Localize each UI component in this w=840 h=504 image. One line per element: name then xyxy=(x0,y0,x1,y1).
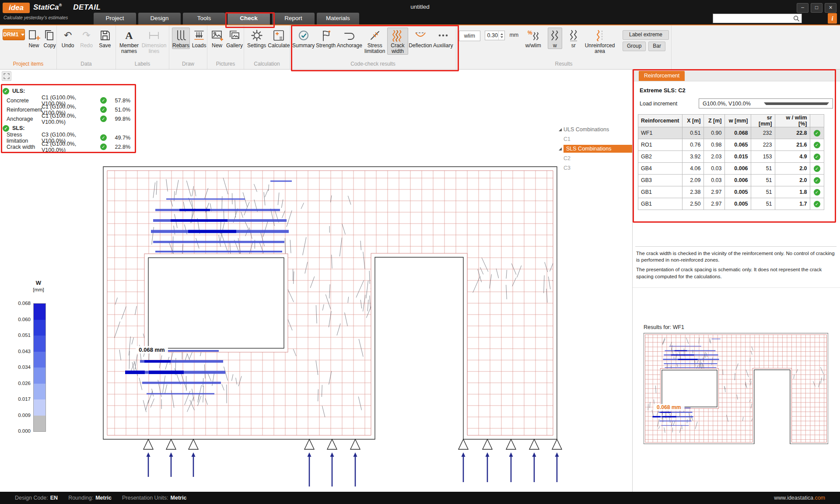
fit-view-button[interactable] xyxy=(2,71,11,81)
w-button[interactable]: w xyxy=(548,28,562,49)
check-ok-icon xyxy=(3,125,9,132)
anchorage-button[interactable]: Anchorage xyxy=(336,28,363,49)
table-row[interactable]: GB12.382.970.005511.8 xyxy=(638,186,824,198)
info-button[interactable] xyxy=(828,13,837,24)
note-text: The presentation of crack spacing is sch… xyxy=(636,266,836,280)
loads-button[interactable]: Loads xyxy=(192,28,207,49)
tree-item-c1[interactable]: C1 xyxy=(559,134,632,144)
section-label-calculation: Calculation xyxy=(244,61,290,69)
table-row[interactable]: GB32.090.030.006512.0 xyxy=(638,175,824,186)
sr-icon xyxy=(567,29,580,42)
window-title: untitled xyxy=(0,4,840,10)
tree-item-sls-combinations[interactable]: SLS Combinations xyxy=(559,144,632,154)
tab-reinforcement[interactable]: Reinforcement xyxy=(639,71,685,81)
maximize-button[interactable] xyxy=(811,3,822,13)
search-icon[interactable] xyxy=(793,15,802,22)
load-increment-row: Load increment G100.0%, V100.0% xyxy=(640,98,833,108)
table-row[interactable]: GB23.922.030.0151534.9 xyxy=(638,151,824,163)
bar-button[interactable]: Bar xyxy=(648,42,665,51)
tree-item-uls-combinations[interactable]: ULS Combinations xyxy=(559,125,632,134)
save-button[interactable]: Save xyxy=(97,28,113,49)
tree-item-c2[interactable]: C2 xyxy=(559,154,632,163)
scale-cell xyxy=(34,336,46,352)
check-ok-icon xyxy=(100,116,107,122)
ribbon-group-pictures: New Gallery Pictures xyxy=(207,25,244,69)
tab-materials[interactable]: Materials xyxy=(317,13,359,24)
table-row[interactable]: GB44.060.030.006512.0 xyxy=(638,163,824,175)
check-ok-icon xyxy=(814,130,820,136)
new-picture-button[interactable]: New xyxy=(210,28,224,49)
scale-title: W xyxy=(32,280,45,286)
website-link[interactable]: www.ideastatica.com xyxy=(774,495,825,501)
label-extreme-button[interactable]: Label extreme xyxy=(623,30,669,40)
stress-limitation-icon xyxy=(368,29,382,42)
tab-project[interactable]: Project xyxy=(94,13,136,24)
tab-design[interactable]: Design xyxy=(138,13,181,24)
summary-row-crack-width: Crack widthC2 (G100.0%, V100.0%)22.8% xyxy=(3,142,130,151)
section-label-data: Data xyxy=(57,61,116,69)
close-button[interactable] xyxy=(825,3,836,13)
settings-button[interactable]: Settings xyxy=(247,28,266,49)
table-row[interactable]: GB12.502.970.005511.7 xyxy=(638,198,824,210)
check-ok-icon xyxy=(814,142,820,148)
logo-detail: DETAIL xyxy=(73,3,101,11)
member-names-label: Member names xyxy=(119,43,139,54)
calculate-button[interactable]: Calculate xyxy=(268,28,289,49)
copy-project-item-button[interactable]: Copy xyxy=(42,28,56,49)
unreinforced-area-button[interactable]: Unreinforced area xyxy=(585,28,615,55)
gallery-button[interactable]: Gallery xyxy=(226,28,243,49)
minimize-button[interactable] xyxy=(797,3,808,13)
sr-button[interactable]: sr xyxy=(567,28,581,49)
spinner-down-icon[interactable] xyxy=(500,36,503,38)
strength-button[interactable]: Strength xyxy=(315,28,336,49)
check-ok-icon xyxy=(814,177,820,184)
spinner-arrows[interactable] xyxy=(498,31,504,40)
undo-label: Undo xyxy=(62,43,74,49)
new-project-item-button[interactable]: New xyxy=(27,28,41,49)
wlim-chip[interactable]: wlim xyxy=(459,31,480,41)
spinner-up-icon[interactable] xyxy=(500,33,503,35)
gallery-icon xyxy=(228,29,241,42)
undo-button[interactable]: ↶ Undo xyxy=(60,28,76,49)
title-bar: idea StatiCa®DETAIL Calculate yesterday'… xyxy=(0,0,840,24)
anchorage-label: Anchorage xyxy=(337,43,362,49)
auxiliary-button[interactable]: Auxiliary xyxy=(433,28,454,49)
scale-cell xyxy=(34,352,46,368)
results-panel: Reinforcement Extreme SLS: C2 Load incre… xyxy=(632,70,840,492)
drm1-button[interactable]: DRM1 xyxy=(3,29,25,40)
summary-button[interactable]: Summary xyxy=(292,28,315,49)
search-input[interactable] xyxy=(713,14,793,22)
check-ok-icon xyxy=(3,88,9,94)
crack-check-notes: The crack width is checked in the vicini… xyxy=(635,246,836,283)
tab-report[interactable]: Report xyxy=(272,13,315,24)
check-ok-icon xyxy=(814,201,820,207)
auxiliary-label: Auxiliary xyxy=(433,43,453,49)
table-row[interactable]: RO10.760.980.06522321.6 xyxy=(638,139,824,151)
w-wlim-button[interactable]: % w/wlim xyxy=(523,28,543,49)
table-header-row: Reinforcement X [m] Z [m] w [mm] sr [mm]… xyxy=(638,115,824,127)
wlim-spinner[interactable]: 0.30 xyxy=(485,31,505,40)
tab-tools[interactable]: Tools xyxy=(183,13,225,24)
dimension-lines-button[interactable]: Dimension lines xyxy=(141,28,167,55)
extreme-title: Extreme SLS: C2 xyxy=(640,87,686,94)
crack-width-button[interactable]: Crack width xyxy=(387,28,408,55)
svg-text:0.068 mm: 0.068 mm xyxy=(139,346,164,353)
table-row[interactable]: WF10.510.900.06823222.8 xyxy=(638,127,824,139)
member-names-button[interactable]: A Member names xyxy=(119,28,140,55)
collapse-icon[interactable] xyxy=(559,147,562,150)
ribbon-tab-bar: Project Design Tools Check Report Materi… xyxy=(94,13,359,24)
deflection-button[interactable]: Deflection xyxy=(408,28,432,49)
collapse-icon[interactable] xyxy=(559,128,562,131)
load-increment-select[interactable]: G100.0%, V100.0% xyxy=(699,98,833,108)
tab-check[interactable]: Check xyxy=(228,13,270,24)
redo-button[interactable]: ↷ Redo xyxy=(78,28,94,49)
load-increment-value: G100.0%, V100.0% xyxy=(703,101,764,107)
ribbon-group-data: ↶ Undo ↷ Redo Save Data xyxy=(57,25,116,69)
new-picture-label: New xyxy=(212,43,222,49)
tree-item-c3[interactable]: C3 xyxy=(559,163,632,173)
group-button[interactable]: Group xyxy=(623,42,646,51)
section-label-results: Results xyxy=(456,61,671,69)
stress-limitation-button[interactable]: Stress limitation xyxy=(363,28,387,55)
check-ok-icon xyxy=(100,106,107,113)
rebars-button[interactable]: Rebars xyxy=(172,28,190,49)
